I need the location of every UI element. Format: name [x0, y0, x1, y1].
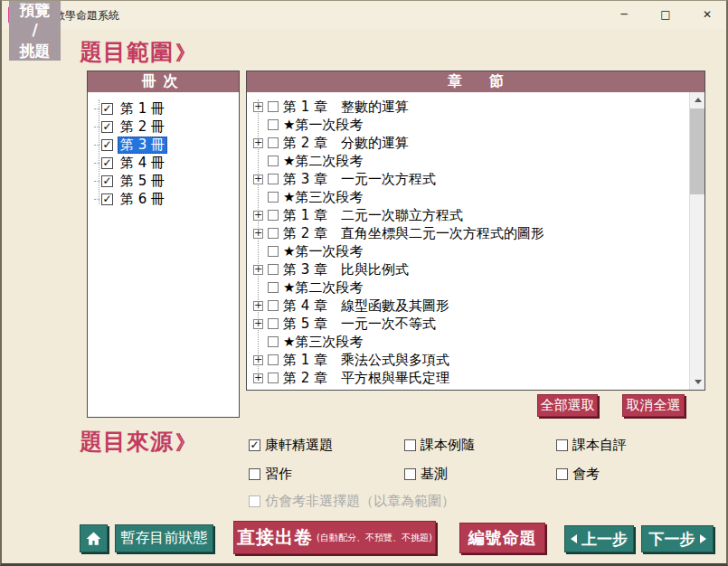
source-option[interactable]: ✓ 基測 [404, 465, 556, 483]
chapter-item[interactable]: + ✓ ★第二次段考 [247, 152, 704, 170]
volume-checkbox[interactable]: ✓ [101, 175, 113, 187]
scrollbar-up-arrow-icon[interactable] [690, 92, 704, 108]
volume-checkbox[interactable]: ✓ [101, 193, 113, 205]
chapter-item[interactable]: + ✓ 第 2 章 平方根與畢氏定理 [247, 369, 704, 387]
chapter-checkbox[interactable]: ✓ [268, 373, 279, 383]
chapter-item[interactable]: + ✓ ★第二次段考 [247, 278, 704, 297]
chapter-item[interactable]: + ✓ ★第一次段考 [247, 116, 704, 134]
minimize-button[interactable]: ─ [603, 0, 645, 29]
direct-generate-exam-button[interactable]: 直接出卷 (自動配分、不預覽、不挑題) [233, 521, 436, 554]
chapter-label[interactable]: 第 3 章 一元一次方程式 [283, 171, 436, 188]
chapter-label[interactable]: ★第一次段考 [283, 243, 363, 260]
source-checkbox[interactable]: ✓ [404, 439, 416, 451]
expand-plus-icon[interactable]: + [253, 301, 263, 311]
volume-item[interactable]: ✓ 第 2 冊 [88, 118, 239, 136]
source-checkbox[interactable]: ✓ [556, 468, 568, 480]
volume-item[interactable]: ✓ 第 6 冊 [88, 190, 239, 208]
chapter-checkbox[interactable]: ✓ [268, 119, 279, 130]
volume-item[interactable]: ✓ 第 3 冊 [88, 136, 239, 154]
chapter-label[interactable]: ★第二次段考 [283, 153, 363, 170]
volume-checkbox[interactable]: ✓ [101, 103, 113, 115]
volume-item[interactable]: ✓ 第 1 冊 [88, 99, 239, 118]
select-all-button[interactable]: 全部選取 [537, 394, 598, 417]
volume-label[interactable]: 第 5 冊 [118, 173, 167, 190]
chapter-checkbox[interactable]: ✓ [268, 192, 279, 203]
expand-plus-icon[interactable]: + [253, 319, 263, 329]
chapter-label[interactable]: 第 2 章 直角坐標與二元一次方程式的圖形 [283, 225, 544, 242]
volume-item[interactable]: ✓ 第 4 冊 [88, 154, 239, 172]
chapter-checkbox[interactable]: ✓ [268, 228, 279, 239]
numbered-authoring-button[interactable]: 編號命題 [459, 523, 545, 553]
chapter-item[interactable]: + ✓ ★第三次段考 [247, 188, 704, 206]
expand-plus-icon[interactable]: + [253, 138, 263, 148]
chapter-checkbox[interactable]: ✓ [268, 156, 279, 166]
chapter-label[interactable]: 第 4 章 線型函數及其圖形 [283, 297, 449, 315]
sidebar-tab[interactable]: 預覽 / 挑題 [9, 0, 61, 61]
previous-step-button[interactable]: 上一步 [564, 525, 634, 552]
chapter-item[interactable]: + ✓ 第 1 章 二元一次聯立方程式 [247, 206, 704, 224]
expand-plus-icon[interactable]: + [253, 102, 263, 112]
chapter-checkbox[interactable]: ✓ [268, 282, 279, 293]
source-checkbox[interactable]: ✓ [556, 439, 568, 451]
chapter-label[interactable]: ★第三次段考 [283, 189, 363, 206]
chapter-item[interactable]: + ✓ 第 3 章 比與比例式 [247, 260, 704, 278]
chapter-item[interactable]: + ✓ 第 1 章 整數的運算 [247, 98, 704, 116]
source-option[interactable]: ✓ 會考 [556, 465, 674, 483]
chapter-checkbox[interactable]: ✓ [268, 174, 279, 184]
maximize-button[interactable]: □ [645, 0, 686, 29]
chapter-label[interactable]: ★第二次段考 [283, 279, 363, 297]
chapter-label[interactable]: 第 1 章 乘法公式與多項式 [283, 352, 449, 369]
volume-label[interactable]: 第 6 冊 [118, 191, 167, 208]
chapter-checkbox[interactable]: ✓ [268, 101, 279, 112]
home-button[interactable] [80, 524, 108, 552]
source-checkbox[interactable]: ✓ [404, 468, 416, 480]
expand-plus-icon[interactable]: + [253, 265, 263, 275]
expand-plus-icon[interactable]: + [253, 373, 263, 383]
chapter-label[interactable]: ★第三次段考 [283, 334, 363, 351]
source-option[interactable]: ✓ 課本例隨 [404, 436, 556, 454]
chapter-label[interactable]: ★第一次段考 [283, 117, 363, 134]
chapter-checkbox[interactable]: ✓ [268, 354, 279, 365]
volume-label[interactable]: 第 2 冊 [118, 118, 167, 136]
chapter-label[interactable]: 第 2 章 平方根與畢氏定理 [283, 370, 449, 387]
expand-plus-icon[interactable]: + [253, 229, 263, 239]
chapter-item[interactable]: + ✓ 第 2 章 分數的運算 [247, 134, 704, 152]
volume-checkbox[interactable]: ✓ [101, 121, 113, 133]
volume-label[interactable]: 第 3 冊 [118, 137, 167, 154]
chapter-checkbox[interactable]: ✓ [268, 264, 279, 275]
next-step-button[interactable]: 下一步 [641, 525, 714, 552]
chapter-label[interactable]: 第 3 章 比與比例式 [283, 261, 409, 278]
chapter-checkbox[interactable]: ✓ [268, 210, 279, 221]
source-checkbox[interactable]: ✓ [249, 468, 260, 480]
chapter-label[interactable]: 第 5 章 一元一次不等式 [283, 316, 436, 333]
source-option[interactable]: ✓ 康軒精選題 [249, 436, 404, 454]
chapter-item[interactable]: + ✓ 第 5 章 一元一次不等式 [247, 315, 704, 333]
save-current-state-button[interactable]: 暫存目前狀態 [115, 524, 213, 552]
chapter-label[interactable]: 第 1 章 二元一次聯立方程式 [283, 207, 463, 224]
source-option[interactable]: ✓ 習作 [249, 465, 404, 483]
volume-checkbox[interactable]: ✓ [101, 139, 113, 151]
chapter-item[interactable]: + ✓ 第 1 章 乘法公式與多項式 [247, 351, 704, 369]
volume-item[interactable]: ✓ 第 5 冊 [88, 172, 239, 190]
expand-plus-icon[interactable]: + [253, 175, 263, 184]
source-option[interactable]: ✓ 課本自評 [556, 436, 674, 454]
chapter-checkbox[interactable]: ✓ [268, 246, 279, 257]
volume-label[interactable]: 第 4 冊 [118, 155, 167, 172]
source-checkbox[interactable]: ✓ [249, 439, 260, 451]
expand-plus-icon[interactable]: + [253, 211, 263, 221]
volume-label[interactable]: 第 1 冊 [118, 100, 167, 118]
chapter-item[interactable]: + ✓ 第 2 章 直角坐標與二元一次方程式的圖形 [247, 224, 704, 242]
deselect-all-button[interactable]: 取消全選 [622, 394, 685, 417]
expand-plus-icon[interactable]: + [253, 355, 263, 365]
chapter-checkbox[interactable]: ✓ [268, 318, 279, 329]
scrollbar[interactable] [689, 92, 704, 390]
chapter-checkbox[interactable]: ✓ [268, 137, 279, 148]
scrollbar-thumb[interactable] [690, 108, 704, 194]
chapter-checkbox[interactable]: ✓ [268, 300, 279, 311]
close-button[interactable]: ✕ [686, 0, 728, 29]
chapter-item[interactable]: + ✓ ★第三次段考 [247, 333, 704, 351]
chapter-item[interactable]: + ✓ ★第一次段考 [247, 242, 704, 260]
chapter-checkbox[interactable]: ✓ [268, 336, 279, 347]
chapter-item[interactable]: + ✓ 第 3 章 一元一次方程式 [247, 170, 704, 188]
volume-checkbox[interactable]: ✓ [101, 157, 113, 169]
